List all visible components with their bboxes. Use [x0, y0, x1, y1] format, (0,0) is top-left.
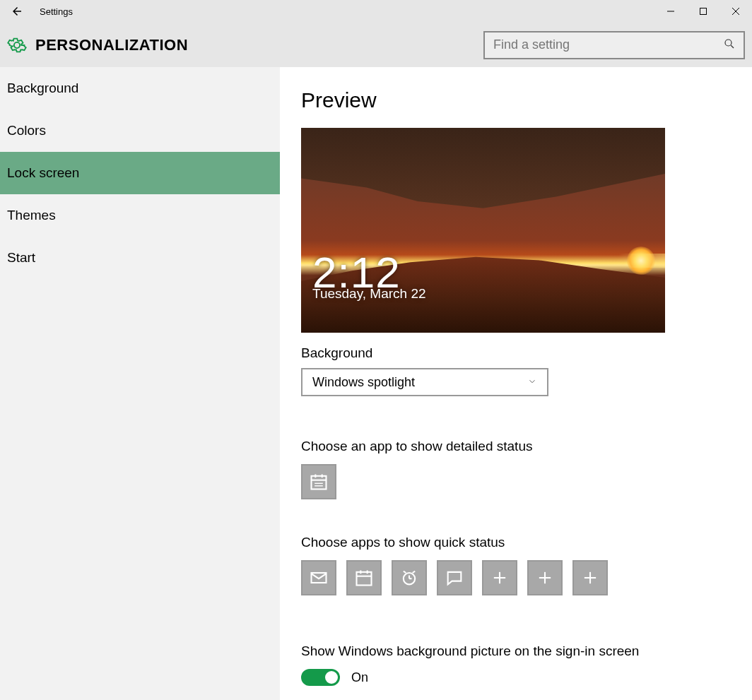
sidebar-item-lock-screen[interactable]: Lock screen: [0, 152, 280, 194]
sidebar: Background Colors Lock screen Themes Sta…: [0, 67, 280, 700]
signin-bg-toggle[interactable]: [301, 669, 340, 686]
svg-line-20: [404, 571, 406, 573]
header: PERSONALIZATION: [0, 23, 752, 67]
minimize-icon: [666, 7, 675, 16]
sidebar-item-start[interactable]: Start: [0, 237, 280, 279]
quick-status-app-add-1[interactable]: [482, 560, 517, 595]
titlebar: Settings: [0, 0, 752, 23]
chat-icon: [445, 568, 464, 588]
alarm-icon: [399, 568, 419, 588]
lock-screen-preview: 2:12 Tuesday, March 22: [301, 128, 665, 333]
background-selected: Windows spotlight: [312, 375, 415, 390]
svg-rect-6: [312, 476, 327, 490]
sidebar-item-background[interactable]: Background: [0, 67, 280, 109]
gear-icon: [7, 35, 27, 55]
close-icon: [732, 7, 740, 16]
signin-bg-label: Show Windows background picture on the s…: [301, 643, 731, 659]
sidebar-item-themes[interactable]: Themes: [0, 194, 280, 237]
detailed-status-label: Choose an app to show detailed status: [301, 439, 731, 454]
minimize-button[interactable]: [654, 0, 687, 23]
quick-status-app-alarm[interactable]: [392, 560, 427, 595]
background-label: Background: [301, 345, 731, 361]
sidebar-item-label: Colors: [7, 123, 46, 138]
svg-rect-1: [700, 8, 707, 15]
maximize-icon: [699, 7, 707, 16]
back-button[interactable]: [0, 0, 34, 23]
sidebar-item-label: Background: [7, 81, 78, 96]
search-input[interactable]: [485, 37, 715, 52]
sidebar-item-label: Start: [7, 250, 35, 266]
chevron-down-icon: [527, 375, 537, 390]
search-box[interactable]: [483, 31, 745, 59]
quick-status-app-add-2[interactable]: [527, 560, 563, 595]
plus-icon: [580, 568, 600, 588]
maximize-button[interactable]: [687, 0, 719, 23]
svg-point-4: [725, 40, 732, 46]
calendar-icon: [354, 568, 374, 588]
svg-rect-13: [357, 572, 372, 586]
window-title: Settings: [34, 6, 73, 17]
preview-heading: Preview: [301, 88, 731, 112]
plus-icon: [535, 568, 555, 588]
back-arrow-icon: [11, 5, 23, 18]
content: Preview 2:12 Tuesday, March 22 Backgroun…: [280, 67, 752, 700]
quick-status-app-messaging[interactable]: [437, 560, 472, 595]
signin-bg-state: On: [351, 670, 368, 685]
section-title: PERSONALIZATION: [35, 36, 188, 54]
quick-status-app-mail[interactable]: [301, 560, 336, 595]
sidebar-item-label: Themes: [7, 208, 56, 223]
quick-status-app-calendar[interactable]: [346, 560, 382, 595]
quick-status-app-add-3[interactable]: [572, 560, 608, 595]
close-button[interactable]: [719, 0, 752, 23]
sidebar-item-label: Lock screen: [7, 165, 79, 181]
svg-line-5: [731, 45, 734, 48]
detailed-status-app-calendar[interactable]: [301, 464, 336, 499]
window-controls: [654, 0, 752, 23]
search-icon[interactable]: [715, 37, 744, 53]
background-dropdown[interactable]: Windows spotlight: [301, 368, 548, 396]
plus-icon: [490, 568, 510, 588]
quick-status-label: Choose apps to show quick status: [301, 535, 731, 550]
sidebar-item-colors[interactable]: Colors: [0, 109, 280, 152]
calendar-icon: [309, 472, 329, 492]
preview-date: Tuesday, March 22: [312, 286, 426, 302]
mail-icon: [309, 568, 329, 588]
svg-line-21: [413, 571, 416, 573]
